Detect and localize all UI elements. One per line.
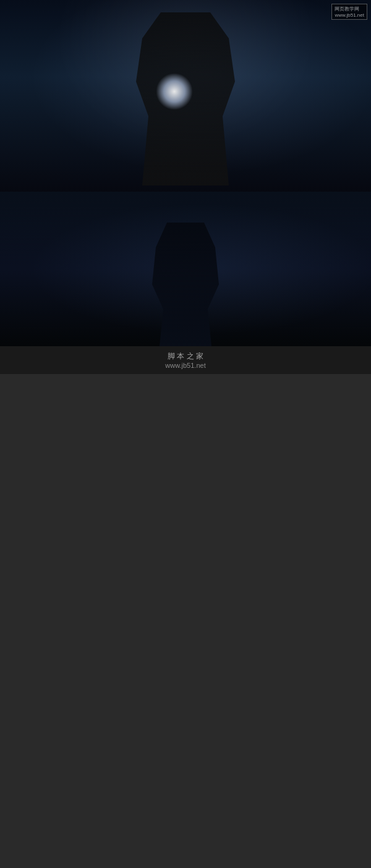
page-wrapper: 网页教学网 www.jb51.net LAYERS CHANNELS PATHS… <box>0 0 371 374</box>
main-canvas: 网页教学网 www.jb51.net <box>0 0 371 192</box>
glow-orb <box>156 73 193 110</box>
watermark-top: 网页教学网 www.jb51.net <box>331 4 367 20</box>
bottom-canvas <box>0 192 371 346</box>
bottom-url: www.jb51.net <box>5 362 366 369</box>
bottom-text: 脚 本 之 家 <box>5 351 366 362</box>
bottom-watermark: 脚 本 之 家 www.jb51.net <box>0 346 371 374</box>
